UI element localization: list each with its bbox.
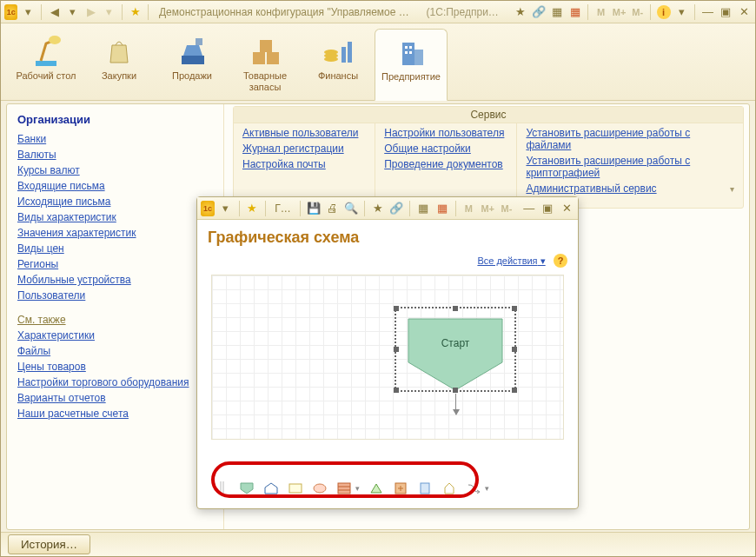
- tab-stock[interactable]: Товарные запасы: [229, 29, 302, 100]
- tab-sales[interactable]: Продажи: [156, 29, 229, 100]
- all-actions-menu[interactable]: Все действия ▾: [477, 255, 545, 266]
- connector-arrow[interactable]: [455, 394, 456, 414]
- sidebar-link[interactable]: Валюты: [17, 149, 213, 161]
- chevron-down-icon[interactable]: ▾: [721, 184, 743, 194]
- diagram-canvas[interactable]: Старт: [211, 275, 564, 440]
- close-icon[interactable]: ✕: [559, 200, 574, 217]
- sidebar-link[interactable]: Пользователи: [17, 289, 213, 302]
- main-titlebar: 1c ▾ ◀ ▾ ▶ ▾ ★ Демонстрационная конфигур…: [1, 1, 755, 23]
- mbtn-mminus[interactable]: M-: [499, 200, 514, 217]
- resize-handle[interactable]: [394, 347, 399, 352]
- mbtn-m[interactable]: M: [594, 3, 608, 21]
- calendar-icon[interactable]: ▦: [567, 3, 582, 21]
- window-title-suffix: (1С:Предприятие): [427, 6, 501, 18]
- sidebar-link[interactable]: Виды цен: [17, 242, 213, 255]
- nav-back-menu-icon[interactable]: ▾: [65, 3, 80, 21]
- service-item[interactable]: Административный сервис: [517, 181, 721, 196]
- mbtn-mplus[interactable]: M+: [480, 200, 495, 217]
- help-icon[interactable]: ?: [554, 254, 567, 268]
- resize-handle[interactable]: [512, 347, 517, 352]
- sidebar-also-link[interactable]: Цены товаров: [17, 361, 213, 373]
- tab-purchases[interactable]: Закупки: [83, 29, 156, 100]
- sidebar-header[interactable]: Организации: [17, 113, 213, 126]
- mbtn-mminus[interactable]: M-: [630, 3, 645, 21]
- save-icon[interactable]: 💾: [306, 200, 322, 217]
- desktop-lamp-icon: [11, 32, 81, 70]
- svg-rect-10: [342, 47, 346, 63]
- sidebar-link[interactable]: Значения характеристик: [17, 227, 213, 239]
- mbtn-mplus[interactable]: M+: [612, 3, 627, 21]
- favorites-add-icon[interactable]: ★: [513, 3, 527, 21]
- mbtn-m[interactable]: M: [461, 200, 477, 217]
- sidebar-link[interactable]: Входящие письма: [17, 180, 213, 192]
- sidebar-also-link[interactable]: Варианты отчетов: [17, 392, 213, 404]
- window-title: Демонстрационная конфигурация "Управляем…: [159, 6, 413, 18]
- app-logo-1c: 1c: [4, 4, 17, 20]
- sidebar-also-link[interactable]: Настройки торгового оборудования: [17, 376, 213, 388]
- dropdown-icon[interactable]: ▾: [218, 200, 234, 217]
- nav-fwd-icon[interactable]: ▶: [83, 3, 98, 21]
- sidebar-link[interactable]: Виды характеристик: [17, 211, 213, 223]
- section-tabs: Рабочий стол Закупки Продажи Товарные за…: [1, 23, 755, 101]
- tab-desktop[interactable]: Рабочий стол: [10, 29, 83, 100]
- maximize-icon[interactable]: ▣: [719, 3, 733, 21]
- tab-stock-label: Товарные запасы: [230, 70, 300, 93]
- favorite-star-icon[interactable]: ★: [245, 200, 261, 217]
- svg-rect-17: [409, 51, 412, 54]
- service-item[interactable]: Настройки пользователя: [375, 125, 516, 141]
- history-button[interactable]: История…: [8, 534, 90, 554]
- resize-handle[interactable]: [453, 388, 458, 393]
- dropdown-icon[interactable]: ▾: [21, 3, 36, 21]
- resize-handle[interactable]: [394, 306, 399, 311]
- favorites-add-icon[interactable]: ★: [370, 200, 386, 217]
- tab-finance[interactable]: Финансы: [302, 29, 375, 100]
- sidebar-link[interactable]: Банки: [17, 133, 213, 145]
- nav-fwd-menu-icon[interactable]: ▾: [102, 3, 116, 21]
- sidebar-link[interactable]: Исходящие письма: [17, 196, 213, 208]
- nav-back-icon[interactable]: ◀: [47, 3, 62, 21]
- annotation-highlight: [211, 461, 479, 498]
- resize-handle[interactable]: [512, 306, 517, 311]
- links-icon[interactable]: 🔗: [389, 200, 405, 217]
- service-item[interactable]: Настройка почты: [234, 156, 375, 172]
- sidebar-link[interactable]: Курсы валют: [17, 164, 213, 176]
- app-logo-1c: 1c: [201, 201, 215, 216]
- tab-enterprise[interactable]: Предприятие: [375, 29, 448, 101]
- service-item[interactable]: Установить расширение работы с файлами: [517, 125, 743, 153]
- favorite-star-icon[interactable]: ★: [128, 3, 143, 21]
- service-item[interactable]: Журнал регистрации: [234, 141, 375, 156]
- calc-icon[interactable]: ▦: [415, 200, 431, 217]
- sidebar-link[interactable]: Регионы: [17, 258, 213, 270]
- close-icon[interactable]: ✕: [737, 3, 752, 21]
- tab-sales-label: Продажи: [157, 70, 227, 82]
- preview-icon[interactable]: 🔍: [343, 200, 359, 217]
- chevron-down-icon[interactable]: ▾: [485, 484, 489, 493]
- maximize-icon[interactable]: ▣: [540, 200, 556, 217]
- service-item[interactable]: Установить расширение работы с криптогра…: [517, 153, 743, 181]
- links-icon[interactable]: 🔗: [531, 3, 546, 21]
- calc-icon[interactable]: ▦: [549, 3, 564, 21]
- svg-rect-15: [409, 46, 412, 49]
- svg-rect-11: [348, 42, 352, 63]
- info-menu-icon[interactable]: ▾: [674, 3, 689, 21]
- resize-handle[interactable]: [394, 388, 399, 393]
- shopping-bag-icon: [84, 32, 154, 70]
- tab-enterprise-label: Предприятие: [377, 71, 445, 83]
- sidebar-also-link[interactable]: Характеристики: [17, 329, 213, 341]
- service-item[interactable]: Активные пользователи: [234, 125, 375, 141]
- service-item[interactable]: Общие настройки: [375, 141, 516, 156]
- sidebar-also-link[interactable]: Наши расчетные счета: [17, 408, 213, 420]
- resize-handle[interactable]: [512, 388, 517, 393]
- info-icon[interactable]: i: [656, 3, 671, 21]
- svg-rect-3: [196, 38, 202, 45]
- calendar-icon[interactable]: ▦: [434, 200, 450, 217]
- resize-handle[interactable]: [453, 306, 458, 311]
- sidebar-link[interactable]: Мобильные устройства: [17, 274, 213, 286]
- service-item[interactable]: Проведение документов: [375, 156, 516, 172]
- svg-rect-0: [36, 61, 56, 66]
- minimize-icon[interactable]: —: [521, 200, 537, 217]
- minimize-icon[interactable]: —: [700, 3, 715, 21]
- selection-box[interactable]: [395, 307, 516, 392]
- print-icon[interactable]: 🖨: [324, 200, 340, 217]
- sidebar-also-link[interactable]: Файлы: [17, 345, 213, 357]
